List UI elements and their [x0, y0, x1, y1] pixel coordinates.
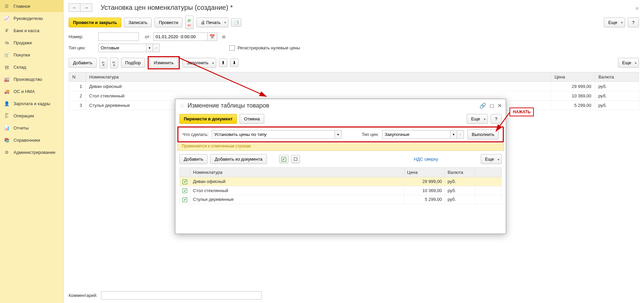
sidebar-label: Справочники — [14, 138, 40, 143]
comment-label: Комментарий: — [69, 293, 98, 298]
sidebar-item-main[interactable]: ☰ Главное — [0, 0, 63, 12]
hint-text: Применяется к отмеченным строкам — [177, 143, 504, 151]
price-type-label: Тип цен: — [69, 45, 96, 50]
sidebar-label: Отчеты — [14, 125, 29, 131]
print-button[interactable]: 🖨 Печать — [196, 18, 228, 27]
help-button[interactable]: ? — [628, 18, 639, 27]
sidebar-item-assets[interactable]: 🚚 ОС и НМА — [0, 85, 63, 97]
what-input[interactable] — [212, 131, 335, 138]
close-icon[interactable]: × — [635, 5, 639, 12]
chart-up-icon: 📈 — [3, 15, 10, 22]
sidebar-item-sales[interactable]: 🛍 Продажи — [0, 37, 63, 49]
gear-icon: ⚙ — [3, 149, 10, 156]
price-type-dropdown-icon[interactable]: ▾ — [146, 44, 153, 52]
sidebar-item-manager[interactable]: 📈 Руководителю — [0, 12, 63, 24]
link-icon[interactable]: 🔗 — [479, 102, 486, 109]
col-n[interactable]: N — [69, 72, 86, 82]
uncheck-all-button[interactable]: ☐ — [291, 155, 300, 163]
col-nomenclature[interactable]: Номенклатура — [86, 72, 551, 82]
sidebar-label: Покупки — [14, 52, 30, 57]
dialog-help-button[interactable]: ? — [491, 114, 502, 124]
more-button[interactable]: Еще — [604, 18, 625, 27]
type-label: Тип цен: — [362, 132, 379, 137]
cart-icon: 🛒 — [3, 51, 10, 58]
type-dropdown-icon[interactable]: ▾ — [450, 131, 457, 138]
sidebar-label: ОС и НМА — [14, 89, 35, 94]
add-from-doc-button[interactable]: Добавить из документа — [210, 154, 267, 164]
cancel-button[interactable]: Отмена — [240, 114, 264, 124]
calendar-icon[interactable]: 📅 — [207, 32, 217, 41]
what-label: Что сделать: — [182, 132, 208, 137]
sidebar-item-purchases[interactable]: 🛒 Покупки — [0, 49, 63, 61]
sidebar-item-catalogs[interactable]: 📚 Справочники — [0, 134, 63, 146]
list-icon[interactable]: ▤ — [222, 34, 225, 39]
vat-link[interactable]: НДС сверху — [414, 157, 438, 162]
sort-asc-button[interactable]: А↓Я — [99, 57, 107, 68]
dialog-row[interactable]: ✓ Стулья деревянные 5 299,00 руб. — [180, 195, 502, 204]
fill-button[interactable]: Заполнить — [182, 58, 216, 68]
col-currency[interactable]: Валюта — [595, 72, 639, 82]
add-button[interactable]: Добавить — [69, 58, 97, 68]
save-button[interactable]: Записать — [124, 18, 152, 27]
sidebar-item-hr[interactable]: 👤 Зарплата и кадры — [0, 97, 63, 110]
row-checkbox[interactable]: ✓ — [182, 197, 187, 202]
type-open-icon[interactable]: ▫ — [457, 131, 464, 138]
check-all-button[interactable]: ✓ — [279, 155, 289, 164]
reg-zero-label: Регистрировать нулевые цены — [238, 45, 300, 50]
dialog-table: Номенклатура Цена Валюта ✓ Диван офисный… — [179, 167, 502, 204]
sidebar-item-reports[interactable]: 📊 Отчеты — [0, 122, 63, 134]
date-input[interactable] — [153, 32, 207, 41]
dialog-row[interactable]: ✓ Диван офисный 29 999,00 руб. — [180, 177, 502, 186]
comment-input[interactable] — [101, 291, 262, 300]
dialog-add-button[interactable]: Добавить — [179, 154, 207, 164]
transfer-button[interactable]: Перенести в документ — [179, 114, 237, 124]
post-button[interactable]: Провести — [154, 18, 183, 27]
what-dropdown-icon[interactable]: ▾ — [335, 131, 341, 138]
reg-zero-checkbox[interactable] — [229, 45, 235, 51]
dcol-price[interactable]: Цена — [404, 168, 445, 177]
sidebar-label: Продажи — [14, 40, 32, 45]
create-based-button[interactable]: 📑 — [231, 18, 241, 27]
sidebar-item-bank[interactable]: ₽ Банк и касса — [0, 24, 63, 37]
star-icon[interactable]: ☆ — [179, 102, 185, 109]
price-type-open-icon[interactable]: ▫ — [153, 44, 159, 52]
nav-forward-button[interactable]: → — [80, 3, 92, 12]
dialog-row[interactable]: ✓ Стол стеклянный 10 369,00 руб. — [180, 186, 502, 195]
sidebar-item-operations[interactable]: ДтКт Операции — [0, 110, 63, 122]
sidebar-label: Склад — [14, 65, 26, 70]
dtkt-button[interactable]: ДтКт — [185, 16, 193, 29]
price-type-input[interactable] — [99, 44, 146, 52]
dialog-title: Изменение таблицы товаров — [188, 102, 479, 109]
actions-more-button[interactable]: Еще — [618, 58, 639, 68]
maximize-icon[interactable]: ◻ — [490, 102, 494, 109]
number-input[interactable] — [98, 32, 139, 41]
sidebar-item-admin[interactable]: ⚙ Администрирование — [0, 146, 63, 158]
post-and-close-button[interactable]: Провести и закрыть — [69, 18, 121, 27]
table-row[interactable]: 1 Диван офисный 29 999,00 руб. — [69, 82, 639, 91]
menu-icon: ☰ — [3, 3, 10, 9]
move-down-button[interactable]: ⬇ — [230, 59, 239, 67]
row-checkbox[interactable]: ✓ — [182, 188, 187, 193]
number-label: Номер: — [69, 34, 96, 39]
col-price[interactable]: Цена — [551, 72, 595, 82]
boxes-icon: ▤ — [3, 64, 10, 70]
dialog-close-icon[interactable]: ✕ — [497, 102, 502, 109]
col-check[interactable] — [180, 168, 190, 177]
row-checkbox[interactable]: ✓ — [182, 180, 187, 184]
sidebar-item-warehouse[interactable]: ▤ Склад — [0, 61, 63, 73]
type-input[interactable] — [382, 131, 450, 138]
execute-button[interactable]: Выполнить — [467, 130, 499, 139]
dcol-nomenclature[interactable]: Номенклатура — [190, 168, 404, 177]
nav-back-button[interactable]: ← — [69, 3, 80, 12]
bag-icon: 🛍 — [3, 39, 10, 46]
move-up-button[interactable]: ⬆ — [219, 59, 227, 67]
sidebar-item-production[interactable]: 🏭 Производство — [0, 73, 63, 85]
person-icon: 👤 — [3, 100, 10, 107]
dcol-currency[interactable]: Валюта — [445, 168, 475, 177]
dialog-more-button[interactable]: Еще — [467, 114, 488, 124]
dcol-extra[interactable] — [475, 168, 501, 177]
sort-desc-button[interactable]: Я↓А — [110, 57, 118, 68]
pick-button[interactable]: Подбор — [121, 58, 145, 68]
change-button[interactable]: Изменить — [149, 58, 178, 68]
dialog-more2-button[interactable]: Еще — [481, 154, 502, 164]
